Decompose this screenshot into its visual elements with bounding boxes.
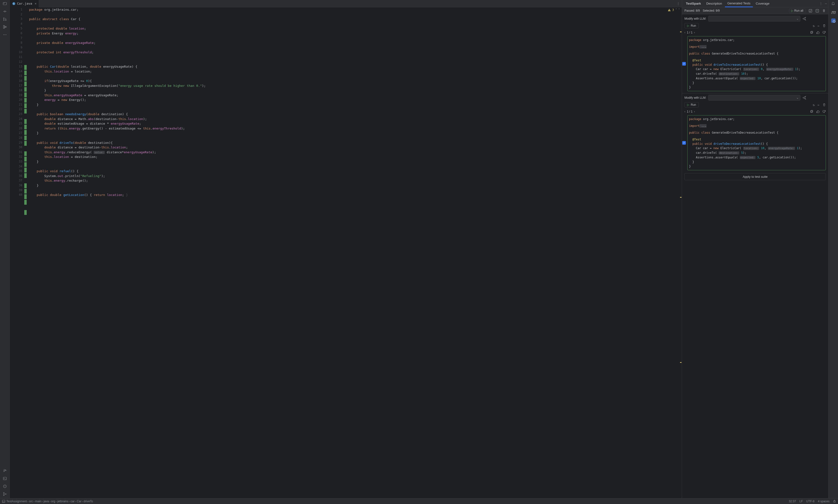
breadcrumbs[interactable]: TestAssignment › src › main › java › org…	[6, 500, 93, 503]
prev-test-icon[interactable]: ‹	[684, 31, 685, 34]
thumbs-down-icon[interactable]	[822, 31, 826, 34]
next-problem-icon[interactable]: ˅	[678, 8, 680, 12]
code-area[interactable]: package org.jetbrains.car; public abstra…	[28, 7, 682, 498]
svg-point-2	[3, 18, 4, 19]
reset-icon[interactable]: ↻	[813, 24, 815, 28]
svg-rect-5	[3, 25, 4, 26]
vcs-tool-icon[interactable]	[3, 492, 7, 496]
svg-point-8	[3, 34, 4, 35]
svg-point-15	[5, 493, 6, 494]
svg-rect-7	[5, 26, 6, 28]
svg-rect-27	[834, 501, 835, 502]
test-code-1[interactable]: ✓ package org.jetbrains.car; import ... …	[687, 36, 826, 91]
modify-label: Modify with LLM:	[684, 17, 706, 20]
test-code-2[interactable]: ✓ package org.jetbrains.car; import ... …	[687, 115, 826, 170]
test-checkbox-1[interactable]: ✓	[682, 62, 686, 66]
run-test-button[interactable]: ▷Run	[684, 23, 699, 29]
indent-setting[interactable]: 4 spaces	[818, 500, 830, 503]
svg-point-13	[3, 492, 4, 493]
readonly-icon[interactable]	[833, 500, 836, 503]
svg-rect-11	[3, 477, 6, 480]
line-ending[interactable]: LF	[799, 500, 803, 503]
pager-2: 1 / 1	[687, 110, 692, 113]
tab-generated-tests[interactable]: Generated Tests	[725, 0, 753, 7]
collapse-icon[interactable]	[815, 9, 819, 13]
close-tab-icon[interactable]: ×	[35, 2, 37, 5]
delete-test-icon[interactable]	[822, 24, 826, 28]
svg-text:C: C	[13, 2, 15, 5]
svg-point-14	[3, 495, 4, 496]
test-block-2: Modify with LLM: ⌄ ▷Run ↻ ← ‹ 1 / 1 ›	[682, 93, 828, 172]
copy-icon-2[interactable]	[810, 110, 813, 113]
notifications-icon[interactable]	[831, 1, 836, 6]
apply-to-suite-button[interactable]: Apply to test suite	[684, 173, 826, 180]
modify-input[interactable]: ⌄	[708, 16, 800, 22]
tabs-menu-icon[interactable]: ⋮	[675, 2, 682, 5]
tests-toolbar: Passed: 8/9 Selected: 9/9 ▷Run all	[682, 7, 828, 14]
test-checkbox-2[interactable]: ✓	[682, 141, 686, 145]
tab-coverage[interactable]: Coverage	[753, 0, 772, 7]
delete-test-icon-2[interactable]	[822, 103, 826, 107]
svg-rect-19	[669, 11, 670, 11]
svg-point-3	[3, 20, 4, 21]
paint-tool-icon[interactable]	[3, 469, 7, 473]
svg-rect-20	[809, 9, 812, 12]
reset-icon-2[interactable]: ↻	[813, 103, 815, 107]
modify-input-2[interactable]: ⌄	[708, 95, 800, 101]
back-icon-2[interactable]: ←	[818, 103, 820, 107]
more-tool-icon[interactable]	[3, 33, 7, 37]
line-numbers: 1234567891011121314151617181920212223242…	[10, 7, 24, 498]
problems-tool-icon[interactable]	[3, 484, 7, 488]
svg-point-10	[5, 34, 6, 35]
testspark-tool-icon[interactable]	[831, 18, 836, 23]
tool-windows-icon[interactable]	[2, 500, 5, 503]
editor-inspections[interactable]: 3 ˄ ˅	[668, 8, 680, 12]
thumbs-down-icon-2[interactable]	[822, 110, 826, 113]
send-icon[interactable]	[802, 17, 806, 21]
svg-point-9	[4, 34, 5, 35]
problems-count: 3	[672, 8, 674, 12]
svg-point-4	[5, 20, 6, 21]
thumbs-up-icon[interactable]	[816, 31, 820, 34]
status-bar: TestAssignment › src › main › java › org…	[0, 498, 838, 504]
thumbs-up-icon-2[interactable]	[816, 110, 820, 113]
selected-label: Selected: 9/9	[702, 9, 719, 12]
svg-rect-6	[3, 28, 4, 29]
copy-icon[interactable]	[810, 31, 813, 34]
terminal-tool-icon[interactable]	[3, 476, 7, 481]
caret-position[interactable]: 32:37	[789, 500, 796, 503]
run-all-button[interactable]: ▷Run all	[789, 8, 805, 13]
next-test-icon-2[interactable]: ›	[694, 110, 695, 113]
panel-options-icon[interactable]: ⋮	[819, 2, 822, 5]
prev-problem-icon[interactable]: ˄	[675, 8, 677, 12]
tab-description[interactable]: Description	[704, 0, 725, 7]
prev-test-icon-2[interactable]: ‹	[684, 110, 685, 113]
commit-tool-icon[interactable]	[3, 9, 7, 14]
svg-rect-0	[3, 2, 6, 5]
scroll-error-stripe[interactable]	[679, 12, 682, 498]
tab-testspark[interactable]: TestSpark	[683, 0, 703, 7]
delete-icon[interactable]	[822, 9, 826, 12]
right-tool-stripe: 𝑚	[828, 0, 838, 498]
next-test-icon[interactable]: ›	[694, 31, 695, 34]
tab-label: Car.java	[17, 2, 32, 5]
svg-rect-26	[2, 500, 5, 503]
structure-tool-icon[interactable]	[3, 25, 7, 29]
pager: 1 / 1	[687, 31, 692, 34]
modify-label-2: Modify with LLM:	[684, 96, 706, 100]
test-block-1: Modify with LLM: ⌄ ▷Run ↻ ← ‹ 1 / 1 ›	[682, 14, 828, 93]
editor: 3 ˄ ˅ 1234567891011121314151617181920212…	[10, 7, 682, 498]
encoding[interactable]: UTF-8	[806, 500, 815, 503]
project-tool-icon[interactable]	[3, 1, 7, 6]
back-icon[interactable]: ←	[818, 24, 820, 28]
run-test-button-2[interactable]: ▷Run	[684, 102, 699, 107]
select-all-icon[interactable]	[808, 9, 812, 13]
gutter-marks	[24, 7, 28, 498]
panel-minimize-icon[interactable]: —	[825, 2, 827, 5]
pull-requests-tool-icon[interactable]	[3, 17, 7, 21]
brand-logo: 𝑚	[831, 9, 836, 15]
file-tab-car[interactable]: C Car.java ×	[10, 0, 39, 7]
svg-rect-18	[669, 10, 670, 11]
warning-icon	[668, 8, 671, 12]
send-icon-2[interactable]	[802, 96, 806, 100]
